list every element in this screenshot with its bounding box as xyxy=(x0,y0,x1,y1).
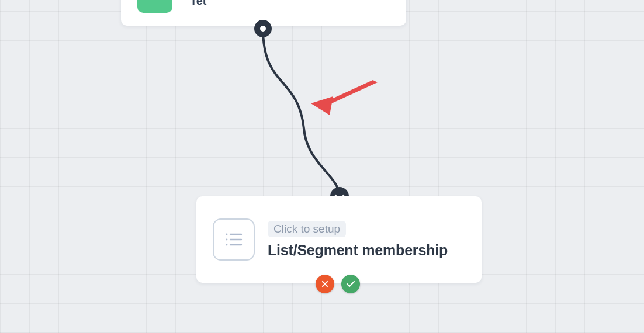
svg-point-4 xyxy=(226,244,228,246)
svg-point-0 xyxy=(226,234,228,235)
output-port[interactable] xyxy=(254,20,272,37)
flow-step-card-bottom[interactable]: Click to setup List/Segment membership xyxy=(196,196,482,283)
x-icon xyxy=(321,280,329,288)
annotation-arrow-icon xyxy=(304,73,392,126)
result-ports xyxy=(316,275,360,293)
step-body: Click to setup List/Segment membership xyxy=(268,221,448,259)
svg-point-2 xyxy=(226,239,228,241)
setup-pill[interactable]: Click to setup xyxy=(268,221,346,237)
step-title: List/Segment membership xyxy=(268,242,448,259)
step-icon-placeholder xyxy=(137,0,172,13)
fail-port[interactable] xyxy=(316,275,334,293)
list-icon xyxy=(213,218,255,261)
step-top-partial-text: Tet xyxy=(190,0,207,8)
automation-canvas[interactable]: Tet Click to setup List/Segment membersh… xyxy=(0,0,644,333)
check-icon xyxy=(346,280,355,288)
pass-port[interactable] xyxy=(341,275,360,293)
